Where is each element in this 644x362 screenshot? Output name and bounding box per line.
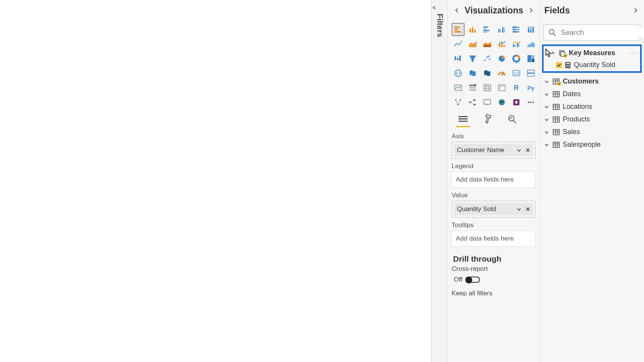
svg-line-70	[456, 100, 458, 105]
svg-point-36	[484, 59, 486, 61]
table-key-measures[interactable]: Key Measures	[544, 47, 639, 59]
table-icon	[553, 116, 560, 123]
waterfall-chart-icon[interactable]	[452, 52, 465, 65]
chevron-down-icon[interactable]	[516, 206, 522, 212]
svg-rect-84	[458, 118, 468, 120]
filled-map-icon[interactable]	[466, 67, 479, 80]
shape-map-icon[interactable]	[481, 67, 494, 80]
table-customers-label: Customers	[563, 77, 599, 85]
chevron-up-icon[interactable]	[550, 51, 556, 56]
r-visual-icon[interactable]: R	[510, 81, 523, 94]
viz-pane-collapse-right-icon[interactable]	[526, 6, 536, 15]
field-quantity-sold[interactable]: Quantity Sold	[544, 59, 639, 70]
table-more-icon[interactable]: ···	[630, 49, 638, 57]
fields-tab[interactable]	[456, 113, 470, 127]
value-well[interactable]: Quantity Sold	[452, 201, 536, 218]
hundred-stacked-bar-icon[interactable]	[510, 23, 523, 36]
filters-pane-collapsed[interactable]: Filters	[432, 0, 448, 362]
svg-rect-9	[483, 31, 487, 33]
table-icon[interactable]	[481, 81, 494, 94]
chevron-down-icon[interactable]	[516, 147, 522, 153]
visualizations-pane: Visualizations	[448, 0, 540, 362]
cross-report-toggle[interactable]	[465, 277, 480, 283]
report-canvas[interactable]	[0, 0, 432, 362]
table-locations[interactable]: Locations	[542, 100, 642, 113]
python-visual-icon[interactable]: Py	[524, 81, 537, 94]
table-salespeople[interactable]: Salespeople	[542, 138, 642, 151]
power-apps-visual-icon[interactable]	[510, 96, 523, 109]
filters-collapse-icon[interactable]	[432, 5, 438, 11]
svg-rect-1	[454, 29, 458, 30]
table-sales[interactable]: Sales	[542, 126, 642, 138]
line-stacked-column-icon[interactable]	[495, 38, 508, 51]
chevron-down-icon[interactable]	[544, 79, 550, 84]
svg-rect-2	[454, 31, 461, 33]
treemap-icon[interactable]	[524, 52, 537, 65]
matrix-icon[interactable]	[495, 81, 508, 94]
chevron-down-icon[interactable]	[544, 92, 550, 97]
svg-rect-28	[503, 45, 505, 47]
app-root: Filters Visualizations	[0, 0, 644, 362]
chevron-down-icon[interactable]	[544, 104, 550, 110]
multi-row-card-icon[interactable]	[524, 67, 537, 80]
key-influencers-icon[interactable]	[452, 96, 465, 109]
svg-text:123: 123	[513, 72, 519, 75]
remove-field-icon[interactable]	[526, 148, 530, 152]
svg-rect-30	[514, 45, 516, 47]
donut-chart-icon[interactable]	[510, 52, 523, 65]
more-visuals-icon[interactable]	[524, 96, 537, 109]
svg-rect-19	[517, 31, 519, 33]
clustered-column-chart-icon[interactable]	[495, 23, 508, 36]
funnel-chart-icon[interactable]	[466, 52, 479, 65]
cross-report-toggle-row: Off	[448, 273, 539, 286]
gauge-icon[interactable]	[495, 67, 508, 80]
table-customers[interactable]: Customers	[542, 75, 642, 88]
stacked-bar-chart-icon[interactable]	[452, 23, 465, 36]
legend-well[interactable]: Add data fields here	[452, 172, 536, 188]
chevron-down-icon[interactable]	[544, 117, 550, 122]
chevron-down-icon[interactable]	[544, 142, 550, 147]
axis-field-pill[interactable]: Customer Name	[454, 144, 533, 156]
svg-rect-64	[498, 85, 500, 91]
format-tab[interactable]	[481, 113, 495, 127]
field-checkbox-checked-icon[interactable]	[556, 62, 562, 68]
value-field-pill[interactable]: Quantity Sold	[454, 203, 533, 215]
svg-rect-83	[458, 116, 468, 117]
remove-field-icon[interactable]	[526, 207, 530, 211]
fields-pane-collapse-icon[interactable]	[631, 6, 640, 15]
clustered-bar-chart-icon[interactable]	[481, 23, 494, 36]
ribbon-chart-icon[interactable]	[524, 38, 537, 51]
slicer-icon[interactable]	[466, 81, 479, 94]
line-clustered-column-icon[interactable]	[510, 38, 523, 51]
hundred-stacked-column-icon[interactable]	[524, 23, 537, 36]
stacked-column-chart-icon[interactable]	[466, 23, 479, 36]
table-products[interactable]: Products	[542, 113, 642, 126]
scatter-chart-icon[interactable]	[481, 52, 494, 65]
line-chart-icon[interactable]	[452, 38, 465, 51]
svg-rect-72	[469, 102, 471, 103]
decomposition-tree-icon[interactable]	[466, 96, 479, 109]
stacked-area-chart-icon[interactable]	[481, 38, 494, 51]
analytics-tab[interactable]	[505, 113, 519, 127]
fields-search[interactable]	[544, 25, 640, 41]
svg-rect-25	[532, 26, 534, 28]
svg-rect-0	[454, 26, 460, 28]
svg-point-92	[549, 29, 554, 34]
arcgis-map-icon[interactable]	[495, 96, 508, 109]
axis-well[interactable]: Customer Name	[452, 142, 536, 159]
key-measures-highlight: ··· Key Measures	[542, 44, 642, 73]
card-icon[interactable]: 123	[510, 67, 523, 80]
svg-rect-52	[527, 74, 534, 76]
area-chart-icon[interactable]	[466, 38, 479, 51]
map-icon[interactable]	[452, 67, 465, 80]
tooltips-well[interactable]: Add data fields here	[452, 231, 536, 247]
fields-search-input[interactable]	[560, 28, 644, 37]
chevron-down-icon[interactable]	[544, 129, 550, 135]
table-dates[interactable]: Dates	[542, 88, 642, 100]
pie-chart-icon[interactable]	[495, 52, 508, 65]
table-icon	[553, 91, 560, 97]
svg-rect-7	[483, 28, 486, 29]
viz-pane-collapse-left-icon[interactable]	[452, 6, 462, 15]
qa-visual-icon[interactable]	[481, 96, 494, 109]
kpi-icon[interactable]	[452, 81, 465, 94]
